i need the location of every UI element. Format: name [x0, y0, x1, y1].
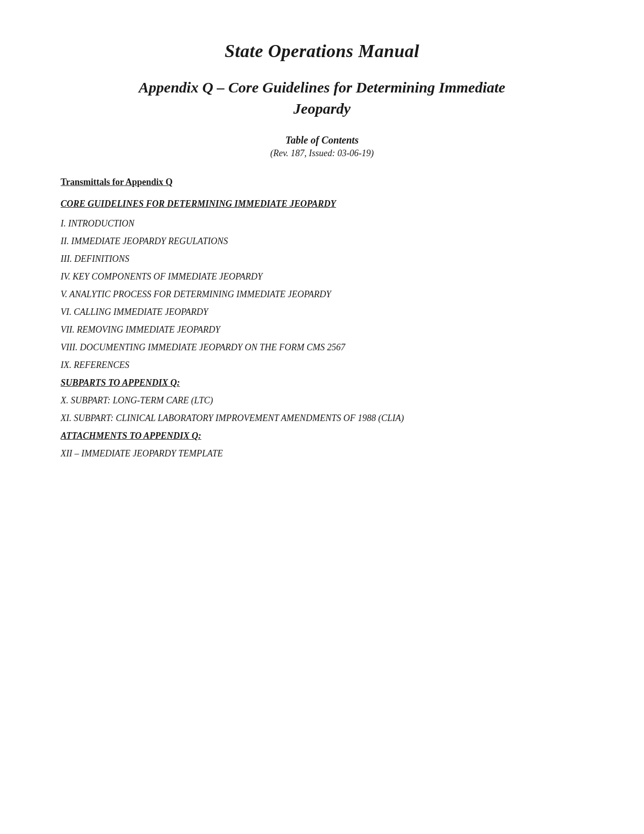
- core-guidelines-link[interactable]: CORE GUIDELINES FOR DETERMINING IMMEDIAT…: [61, 199, 583, 209]
- toc-item-key-components: IV. KEY COMPONENTS OF IMMEDIATE JEOPARDY: [61, 271, 583, 282]
- transmittals-link[interactable]: Transmittals for Appendix Q: [61, 177, 173, 188]
- subparts-header: SUBPARTS TO APPENDIX Q:: [61, 378, 583, 388]
- toc-item-template: XII – IMMEDIATE JEOPARDY TEMPLATE: [61, 448, 583, 459]
- toc-item-ltc: X. SUBPART: LONG-TERM CARE (LTC): [61, 395, 583, 406]
- toc-header: Table of Contents: [61, 134, 583, 146]
- toc-item-references: IX. REFERENCES: [61, 360, 583, 370]
- toc-item-introduction: I. INTRODUCTION: [61, 218, 583, 229]
- page-subtitle: Appendix Q – Core Guidelines for Determi…: [61, 77, 583, 119]
- toc-item-definitions: III. DEFINITIONS: [61, 254, 583, 264]
- toc-revision: (Rev. 187, Issued: 03-06-19): [61, 148, 583, 159]
- toc-item-calling: VI. CALLING IMMEDIATE JEOPARDY: [61, 307, 583, 317]
- page-title: State Operations Manual: [61, 40, 583, 62]
- toc-item-regulations: II. IMMEDIATE JEOPARDY REGULATIONS: [61, 236, 583, 247]
- toc-item-clia: XI. SUBPART: CLINICAL LABORATORY IMPROVE…: [61, 413, 583, 424]
- attachments-header: ATTACHMENTS TO APPENDIX Q:: [61, 431, 583, 441]
- toc-item-analytic-process: V. ANALYTIC PROCESS FOR DETERMINING IMME…: [61, 289, 583, 300]
- toc-item-documenting: VIII. DOCUMENTING IMMEDIATE JEOPARDY ON …: [61, 342, 583, 353]
- toc-item-removing: VII. REMOVING IMMEDIATE JEOPARDY: [61, 325, 583, 335]
